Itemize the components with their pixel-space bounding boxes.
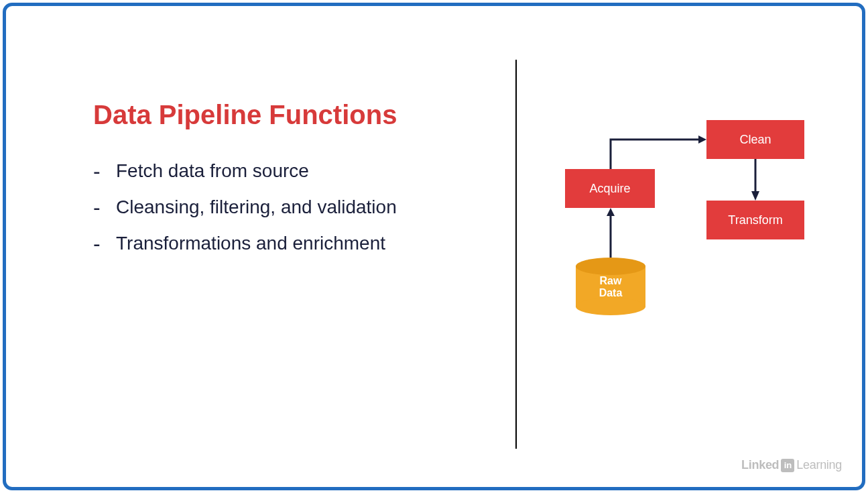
raw-data-line2: Data (599, 287, 623, 298)
watermark-learning: Learning (796, 458, 842, 472)
clean-box: Clean (706, 120, 804, 159)
bullet-item: Cleansing, filtering, and validation (93, 197, 482, 218)
svg-marker-2 (698, 135, 706, 144)
arrow-acquire-to-clean-icon (606, 135, 710, 172)
cylinder-top (576, 258, 645, 275)
slide-frame: Data Pipeline Functions Fetch data from … (3, 3, 865, 490)
bullet-item: Fetch data from source (93, 160, 482, 182)
pipeline-diagram: Raw Data Acquire Clean Transform (536, 107, 817, 341)
svg-marker-4 (751, 191, 759, 201)
arrow-clean-to-transform-icon (751, 159, 760, 201)
raw-data-cylinder: Raw Data (576, 258, 645, 315)
watermark-linked: Linked (741, 458, 779, 472)
acquire-box: Acquire (565, 169, 655, 208)
linkedin-learning-watermark: LinkedinLearning (741, 458, 842, 472)
cylinder-bottom (576, 298, 645, 315)
clean-label: Clean (739, 133, 771, 147)
left-panel: Data Pipeline Functions Fetch data from … (6, 6, 509, 487)
slide-content: Data Pipeline Functions Fetch data from … (6, 6, 862, 487)
vertical-divider (515, 60, 517, 449)
slide-title: Data Pipeline Functions (93, 100, 482, 130)
transform-box: Transform (706, 201, 804, 239)
svg-marker-1 (607, 208, 615, 216)
transform-label: Transform (728, 213, 782, 227)
linkedin-in-badge-icon: in (781, 459, 794, 472)
bullet-list: Fetch data from source Cleansing, filter… (93, 160, 482, 254)
bullet-item: Transformations and enrichment (93, 233, 482, 254)
arrow-raw-to-acquire-icon (606, 208, 615, 258)
raw-data-line1: Raw (600, 275, 622, 286)
raw-data-label: Raw Data (576, 275, 645, 300)
acquire-label: Acquire (589, 182, 630, 196)
